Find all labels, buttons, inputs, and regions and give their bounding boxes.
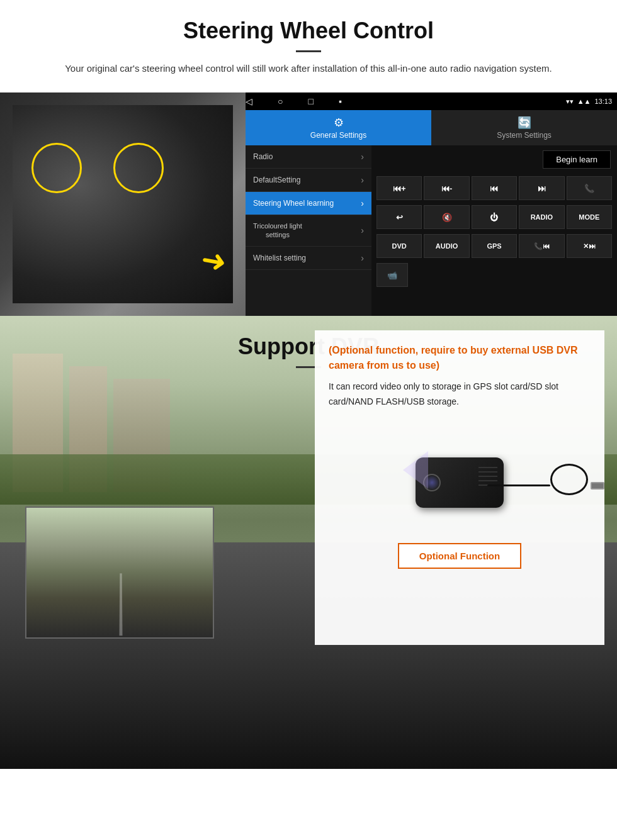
time-display: 13:13: [594, 98, 612, 106]
ctrl-btn-phone[interactable]: 📞: [567, 176, 612, 200]
title-divider: [296, 50, 321, 52]
control-grid-row1: ⏮+ ⏮- ⏮ ⏭ 📞: [371, 174, 617, 203]
nav-home-icon[interactable]: ○: [278, 96, 283, 106]
menu-item-default-setting[interactable]: DefaultSetting ›: [246, 169, 371, 192]
ctrl-btn-prev[interactable]: ⏮: [472, 176, 517, 200]
road-marking: [120, 574, 123, 636]
control-grid-row4: 📹: [371, 260, 617, 289]
menu-steering-label: Steering Wheel learning: [253, 199, 334, 208]
ctrl-btn-next[interactable]: ⏭: [519, 176, 564, 200]
menu-tricoloured-chevron: ›: [361, 225, 364, 235]
dvr-section-inner: Support DVR (Optional function, require …: [0, 316, 617, 658]
dvr-camera-illustration: [329, 420, 591, 533]
general-settings-icon: ⚙: [334, 116, 344, 130]
section1-subtitle: Your original car's steering wheel contr…: [50, 61, 567, 76]
vent-2: [478, 471, 497, 473]
menu-radio-chevron: ›: [361, 152, 364, 162]
android-nav-bar: ◁ ○ □ ▪ ▾▾ ▲▲ 13:13: [246, 92, 617, 110]
dvr-info-box: (Optional function, require to buy exter…: [315, 330, 604, 645]
nav-menu-icon[interactable]: ▪: [339, 96, 342, 106]
usb-plug: [591, 482, 604, 490]
ctrl-btn-power[interactable]: ⏻: [472, 205, 517, 229]
control-grid-row3: DVD AUDIO GPS 📞⏮ ✕⏭: [371, 232, 617, 260]
ctrl-btn-back[interactable]: ↩: [376, 205, 422, 229]
nav-back-icon[interactable]: ◁: [246, 96, 252, 106]
ctrl-btn-audio[interactable]: AUDIO: [424, 234, 469, 258]
menu-default-chevron: ›: [361, 175, 364, 185]
ctrl-btn-mode[interactable]: MODE: [567, 205, 612, 229]
menu-item-whitelist[interactable]: Whitelist setting ›: [246, 247, 371, 270]
dvr-optional-title: (Optional function, require to buy exter…: [329, 343, 591, 373]
ctrl-btn-radio[interactable]: RADIO: [519, 205, 564, 229]
menu-whitelist-chevron: ›: [361, 253, 364, 263]
android-tabs: ⚙ General Settings 🔄 System Settings: [246, 110, 617, 145]
ctrl-btn-x-next[interactable]: ✕⏭: [567, 234, 612, 258]
highlight-circle-left: [31, 143, 82, 193]
tab-system-label: System Settings: [497, 131, 552, 140]
begin-learn-row: Begin learn: [371, 145, 617, 174]
signal-icon: ▲▲: [577, 98, 591, 106]
settings-menu-list: Radio › DefaultSetting › Steering Wheel …: [246, 145, 371, 316]
steering-wheel-image: ➜: [0, 92, 246, 316]
camera-device: [416, 457, 504, 508]
menu-tricoloured-label: Tricoloured lightsettings: [253, 221, 302, 240]
ctrl-btn-vol-up[interactable]: ⏮+: [376, 176, 422, 200]
ctrl-btn-camera[interactable]: 📹: [376, 263, 408, 287]
menu-item-radio[interactable]: Radio ›: [246, 145, 371, 169]
ctrl-btn-dvd[interactable]: DVD: [376, 234, 422, 258]
begin-learn-button[interactable]: Begin learn: [543, 150, 611, 169]
menu-item-steering-wheel[interactable]: Steering Wheel learning ›: [246, 192, 371, 215]
section1-title: Steering Wheel Control: [25, 18, 592, 44]
android-content: Radio › DefaultSetting › Steering Wheel …: [246, 145, 617, 316]
dvr-camera-screenshot: [25, 507, 214, 639]
tab-general-settings[interactable]: ⚙ General Settings: [246, 110, 431, 145]
steering-wheel-control-panel: Begin learn ⏮+ ⏮- ⏮ ⏭ 📞 ↩ 🔇 ⏻: [371, 145, 617, 316]
ctrl-btn-mute[interactable]: 🔇: [424, 205, 469, 229]
control-grid-row2: ↩ 🔇 ⏻ RADIO MODE: [371, 203, 617, 232]
cable-coil: [550, 464, 588, 495]
section-steering-wheel: Steering Wheel Control Your original car…: [0, 0, 617, 316]
tab-system-settings[interactable]: 🔄 System Settings: [431, 110, 617, 145]
menu-whitelist-label: Whitelist setting: [253, 254, 306, 262]
ctrl-btn-phone-prev[interactable]: 📞⏮: [519, 234, 564, 258]
dvr-content-row: (Optional function, require to buy exter…: [0, 507, 617, 658]
section1-header: Steering Wheel Control Your original car…: [0, 0, 617, 82]
car-panel: ➜ ◁ ○ □ ▪ ▾▾ ▲▲ 13:13 ⚙ General Setting: [0, 92, 617, 316]
vent-1: [478, 467, 497, 468]
menu-steering-chevron: ›: [361, 198, 364, 208]
wifi-icon: ▾▾: [566, 98, 574, 106]
ctrl-btn-gps[interactable]: GPS: [472, 234, 517, 258]
optional-function-button[interactable]: Optional Function: [398, 543, 521, 569]
highlight-circle-right: [113, 143, 164, 193]
menu-radio-label: Radio: [253, 152, 273, 161]
ctrl-btn-vol-down[interactable]: ⏮-: [424, 176, 469, 200]
light-beam: [403, 451, 428, 489]
system-settings-icon: 🔄: [518, 116, 531, 130]
tab-general-label: General Settings: [310, 131, 366, 140]
dvr-description: It can record video only to storage in G…: [329, 379, 591, 410]
nav-recent-icon[interactable]: □: [308, 96, 313, 106]
usb-cable: [487, 476, 604, 495]
section-dvr: Support DVR (Optional function, require …: [0, 316, 617, 769]
android-ui: ◁ ○ □ ▪ ▾▾ ▲▲ 13:13 ⚙ General Settings 🔄: [246, 92, 617, 316]
menu-default-label: DefaultSetting: [253, 176, 300, 184]
menu-item-tricoloured[interactable]: Tricoloured lightsettings ›: [246, 215, 371, 247]
cable-wire: [487, 484, 550, 486]
